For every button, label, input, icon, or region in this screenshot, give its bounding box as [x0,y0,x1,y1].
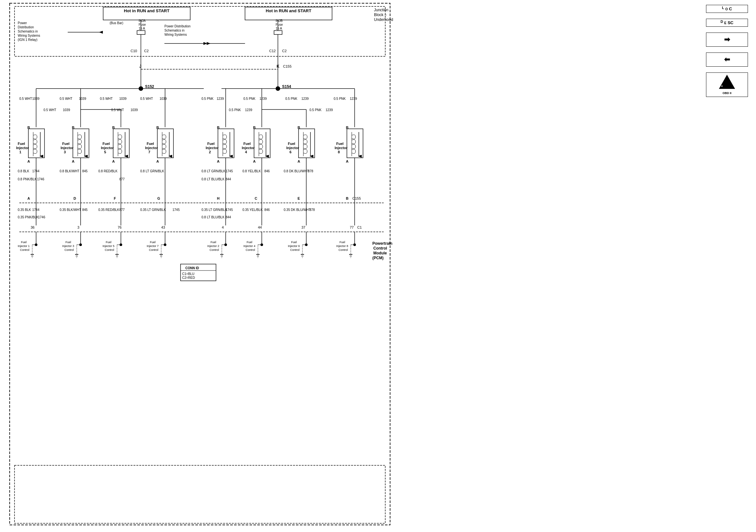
svg-text:Injector 3: Injector 3 [62,244,74,248]
svg-text:C155: C155 [283,64,291,68]
svg-text:C155: C155 [352,196,361,200]
svg-text:C2=RED: C2=RED [182,276,195,280]
svg-text:Control: Control [290,248,300,251]
svg-text:S154: S154 [282,84,291,89]
svg-text:4: 4 [222,225,224,229]
svg-text:A: A [298,160,300,163]
svg-text:3: 3 [64,150,66,154]
legend-desc-sub: E [724,21,727,25]
legend-desc: D E SC [706,19,748,27]
svg-text:15 A: 15 A [276,27,282,30]
svg-text:0.35 DK BLU/WHT: 0.35 DK BLU/WHT [284,208,311,212]
svg-text:(Bus Bar): (Bus Bar) [110,21,123,25]
svg-text:A: A [253,160,256,163]
svg-text:Injector: Injector [145,146,158,150]
svg-text:846: 846 [264,169,270,173]
legend-panel: L O C D E SC ➡ ⬅ II OBD II [706,5,748,97]
svg-text:Schematics in: Schematics in [164,29,184,32]
svg-text:C1: C1 [357,225,362,229]
obd-triangle: II [719,75,735,89]
svg-text:Injector 1: Injector 1 [18,244,30,248]
svg-text:Control: Control [149,248,158,251]
svg-text:844: 844 [226,177,231,181]
svg-text:1239: 1239 [350,97,357,100]
svg-text:Underhood: Underhood [374,17,393,22]
svg-text:Control: Control [246,248,255,251]
svg-text:0.8 LT BLU/BLK: 0.8 LT BLU/BLK [202,177,225,181]
svg-text:F: F [114,196,116,200]
legend-desc-sup: D [720,20,723,23]
svg-text:Injector 8: Injector 8 [336,244,348,248]
svg-text:Fuel: Fuel [243,142,251,145]
svg-text:878: 878 [308,169,313,173]
svg-text:1039: 1039 [119,97,127,100]
svg-text:Module: Module [373,251,387,255]
svg-text:Injector 6: Injector 6 [288,244,300,248]
svg-text:(IGN 1 Relay): (IGN 1 Relay) [18,38,38,41]
svg-text:1039: 1039 [63,108,70,112]
svg-text:36: 36 [31,225,35,229]
svg-text:Fuel: Fuel [106,241,112,244]
svg-rect-31 [274,31,282,35]
svg-text:A: A [346,160,348,163]
svg-text:1039: 1039 [79,97,86,100]
svg-text:Distribution: Distribution [18,25,34,29]
svg-text:Injector: Injector [16,146,29,150]
svg-text:Fuel: Fuel [150,241,156,244]
svg-text:0.8 YEL/BLK: 0.8 YEL/BLK [242,169,261,173]
svg-text:Wiring Systems: Wiring Systems [18,34,40,38]
legend-loc: L O C [706,5,748,13]
svg-text:Power Distribution: Power Distribution [164,24,191,28]
svg-text:Injector 4: Injector 4 [243,244,255,248]
svg-text:0.5 WHT: 0.5 WHT [43,108,56,112]
svg-text:C: C [255,196,257,200]
svg-text:44: 44 [258,225,262,229]
svg-text:INJA: INJA [139,19,146,23]
svg-rect-2 [14,465,385,523]
svg-text:846: 846 [264,208,270,212]
svg-text:878: 878 [310,208,315,212]
svg-text:1239: 1239 [326,108,333,112]
svg-text:Fuel: Fuel [62,142,69,145]
svg-text:Fuel: Fuel [336,142,344,145]
svg-text:Fuel: Fuel [18,142,25,145]
svg-text:1039: 1039 [131,108,138,112]
main-container: Hot in RUN and START Hot in RUN and STAR… [0,0,756,532]
wiring-diagram: Hot in RUN and START Hot in RUN and STAR… [0,0,403,532]
svg-text:845: 845 [82,169,88,173]
svg-text:1745: 1745 [226,169,233,173]
svg-text:Powertrain: Powertrain [372,241,392,246]
svg-text:Fuse: Fuse [276,23,283,26]
svg-text:1: 1 [19,150,21,154]
legend-desc-sc: SC [728,20,733,25]
svg-text:0.8 DK BLU/WHT: 0.8 DK BLU/WHT [284,169,309,173]
svg-rect-1 [14,7,385,56]
svg-text:Fuel: Fuel [207,142,215,145]
svg-text:(PCM): (PCM) [372,256,384,260]
svg-text:845: 845 [82,208,88,212]
legend-right-arrow: ➡ [706,33,748,47]
svg-text:0.35 PNK/BLK: 0.35 PNK/BLK [18,215,39,219]
svg-text:0.8 BLK: 0.8 BLK [18,169,29,173]
svg-text:Block –: Block – [374,13,387,17]
svg-text:Hot in RUN and START: Hot in RUN and START [124,8,169,13]
svg-text:1746: 1746 [37,177,44,181]
svg-text:1745: 1745 [226,208,233,212]
svg-text:0.35 BLK: 0.35 BLK [18,208,31,212]
svg-text:0.8 RED/BLK: 0.8 RED/BLK [98,169,118,173]
svg-text:Fuel: Fuel [247,241,253,244]
svg-text:0.8 LT GRN/BLK: 0.8 LT GRN/BLK [140,169,164,173]
svg-text:0.35 YEL/BLK: 0.35 YEL/BLK [242,208,263,212]
svg-text:Control: Control [338,248,348,251]
svg-text:Control: Control [209,248,219,251]
svg-text:Injector 7: Injector 7 [147,244,159,248]
svg-text:A: A [156,160,159,163]
legend-left-arrow: ⬅ [706,53,748,67]
svg-text:0.5 PNK: 0.5 PNK [243,97,256,100]
svg-text:3: 3 [77,225,79,229]
svg-text:1039: 1039 [160,97,167,100]
svg-text:844: 844 [226,215,231,219]
svg-text:0.8 BLK/WHT: 0.8 BLK/WHT [60,169,79,173]
svg-text:1239: 1239 [245,108,253,112]
svg-rect-20 [137,31,145,35]
